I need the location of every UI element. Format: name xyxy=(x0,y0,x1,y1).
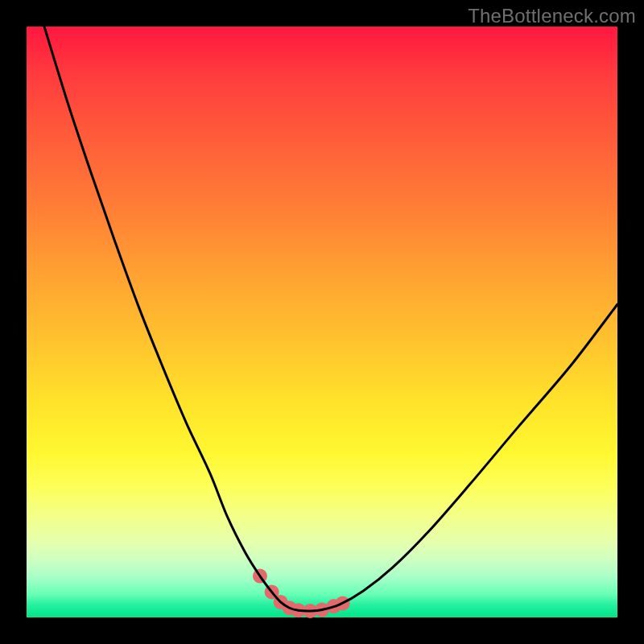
watermark-text: TheBottleneck.com xyxy=(468,5,636,27)
bottleneck-curve-path xyxy=(44,27,617,611)
chart-svg xyxy=(27,27,617,617)
outer-frame: TheBottleneck.com xyxy=(0,0,644,644)
